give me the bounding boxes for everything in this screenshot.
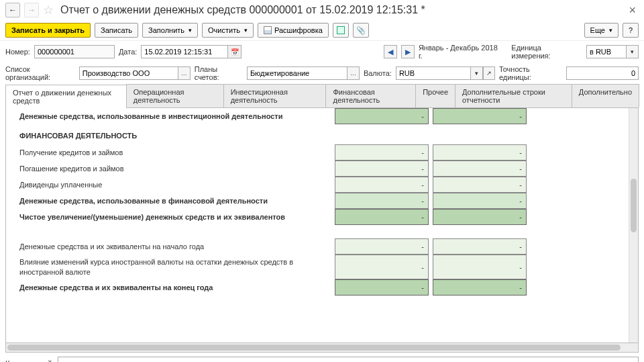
more-button[interactable]: Еще▾ — [584, 23, 619, 38]
nav-back-button[interactable]: ← — [5, 3, 20, 17]
report-grid: Денежные средства, использованные в инве… — [5, 108, 639, 343]
chevron-down-icon: ▾ — [244, 27, 248, 34]
table-row: Денежные средства и их эквиваленты на ко… — [6, 279, 629, 296]
tab-bar: Отчет о движении денежных средств Операц… — [5, 84, 639, 108]
period-prev-button[interactable]: ◀ — [384, 45, 397, 58]
save-and-close-button[interactable]: Записать и закрыть — [5, 23, 91, 38]
value-cell[interactable]: - — [433, 279, 527, 296]
currency-field[interactable] — [396, 66, 471, 80]
row-label: Денежные средства, использованные в инве… — [6, 108, 335, 124]
orgs-label: Список организаций: — [5, 65, 75, 81]
number-field[interactable] — [34, 45, 115, 58]
spreadsheet-icon — [337, 26, 345, 34]
row-label: Погашение кредитов и займов — [6, 161, 335, 177]
row-label: Денежные средства и их эквиваленты на на… — [6, 238, 335, 255]
value-cell[interactable]: - — [335, 161, 429, 177]
value-cell[interactable]: - — [433, 108, 527, 124]
value-cell[interactable]: - — [335, 193, 429, 209]
comment-label: Комментарий: — [5, 359, 54, 362]
tab-extras[interactable]: Дополнительно — [572, 84, 639, 107]
table-row: Денежные средства, использованные в фина… — [6, 193, 629, 209]
clear-button[interactable]: Очистить▾ — [202, 23, 254, 38]
tab-operating[interactable]: Операционная деятельность — [126, 84, 224, 107]
value-cell[interactable]: - — [433, 161, 527, 177]
table-row: Денежные средства и их эквиваленты на на… — [6, 238, 629, 255]
save-button[interactable]: Записать — [95, 23, 138, 38]
chevron-down-icon: ▾ — [189, 27, 192, 34]
calendar-button[interactable]: 📅 — [228, 45, 241, 58]
unit-label: Единица измерения: — [511, 44, 582, 60]
row-label: Влияние изменений курса иностранной валю… — [6, 255, 335, 279]
table-row: Чистое увеличение/(уменьшение) денежных … — [6, 209, 629, 225]
unit-dropdown-button[interactable]: ▾ — [627, 45, 639, 58]
value-cell[interactable]: - — [433, 238, 527, 255]
tab-additional-lines[interactable]: Дополнительные строки отчетности — [455, 84, 572, 107]
date-field[interactable] — [141, 45, 228, 58]
fill-button[interactable]: Заполнить▾ — [142, 23, 198, 38]
value-cell[interactable]: - — [335, 144, 429, 161]
period-text: Январь - Декабрь 2018 г. — [419, 44, 503, 60]
table-row: Денежные средства, использованные в инве… — [6, 108, 629, 124]
row-label: Дивиденды уплаченные — [6, 177, 335, 193]
period-next-button[interactable]: ▶ — [401, 45, 415, 58]
value-cell[interactable]: - — [335, 279, 429, 296]
horizontal-scrollbar[interactable] — [5, 343, 639, 353]
tab-cashflow-report[interactable]: Отчет о движении денежных средств — [5, 85, 127, 108]
row-label: Денежные средства и их эквиваленты на ко… — [6, 279, 335, 296]
close-icon[interactable]: × — [626, 3, 639, 17]
tab-investing[interactable]: Инвестиционная деятельность — [223, 84, 327, 107]
tab-financing[interactable]: Финансовая деятельность — [325, 84, 416, 107]
paperclip-icon: 📎 — [356, 26, 366, 35]
comment-field[interactable] — [58, 357, 639, 362]
value-cell[interactable]: - — [335, 255, 429, 279]
table-icon — [264, 26, 272, 34]
date-label: Дата: — [119, 48, 137, 56]
table-row: ФИНАНСОВАЯ ДЕЯТЕЛЬНОСТЬ — [6, 124, 629, 144]
plans-label: Планы счетов: — [195, 65, 243, 81]
number-label: Номер: — [5, 48, 30, 56]
vertical-scrollbar[interactable] — [629, 108, 638, 343]
page-title: Отчет о движении денежных средств 000000… — [60, 4, 622, 16]
value-cell[interactable]: - — [433, 255, 527, 279]
value-cell[interactable]: - — [335, 238, 429, 255]
chevron-down-icon: ▾ — [609, 27, 612, 34]
currency-label: Валюта: — [364, 69, 392, 77]
value-cell[interactable]: - — [433, 193, 527, 209]
table-row: Влияние изменений курса иностранной валю… — [6, 255, 629, 279]
value-cell[interactable]: - — [433, 209, 527, 225]
precision-field[interactable] — [566, 66, 639, 80]
currency-dropdown-button[interactable]: ▾ — [471, 66, 483, 80]
table-row: Дивиденды уплаченные-- — [6, 177, 629, 193]
precision-label: Точность единицы: — [499, 65, 562, 81]
table-row: Получение кредитов и займов-- — [6, 144, 629, 161]
orgs-field[interactable] — [79, 66, 178, 80]
help-button[interactable]: ? — [623, 23, 639, 38]
currency-open-button[interactable]: ↗ — [483, 66, 495, 80]
decode-button[interactable]: Расшифровка — [258, 23, 329, 38]
plans-field[interactable] — [247, 66, 347, 80]
unit-field[interactable] — [586, 45, 627, 58]
nav-forward-button[interactable]: → — [24, 3, 39, 17]
attachment-button[interactable]: 📎 — [353, 23, 369, 38]
calendar-icon: 📅 — [231, 48, 239, 56]
row-label: Получение кредитов и займов — [6, 144, 335, 161]
report-icon-button[interactable] — [333, 23, 349, 38]
value-cell[interactable]: - — [335, 177, 429, 193]
orgs-select-button[interactable]: … — [178, 66, 191, 80]
value-cell[interactable]: - — [335, 108, 429, 124]
value-cell[interactable]: - — [433, 144, 527, 161]
favorite-icon[interactable]: ☆ — [43, 3, 54, 17]
row-label: ФИНАНСОВАЯ ДЕЯТЕЛЬНОСТЬ — [6, 124, 335, 144]
plans-select-button[interactable]: … — [347, 66, 360, 80]
row-label: Чистое увеличение/(уменьшение) денежных … — [6, 209, 335, 225]
table-row: Погашение кредитов и займов-- — [6, 161, 629, 177]
row-label: Денежные средства, использованные в фина… — [6, 193, 335, 209]
value-cell[interactable]: - — [433, 177, 527, 193]
tab-other[interactable]: Прочее — [415, 84, 455, 107]
value-cell[interactable]: - — [335, 209, 429, 225]
